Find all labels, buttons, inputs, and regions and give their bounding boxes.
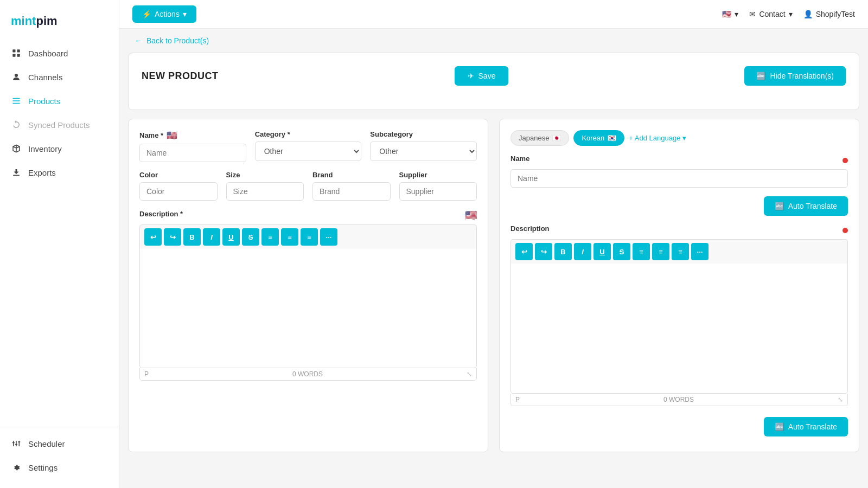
- svg-rect-3: [17, 54, 20, 57]
- us-flag-desc-icon: 🇺🇸: [465, 209, 477, 221]
- left-rte-content[interactable]: [139, 249, 477, 368]
- sidebar-item-exports-label: Exports: [28, 168, 56, 177]
- right-name-label-row: Name: [510, 155, 848, 166]
- left-rte-p-label: P: [144, 370, 149, 378]
- sidebar-item-synced-products[interactable]: Synced Products: [0, 113, 119, 137]
- sidebar-item-dashboard-label: Dashboard: [28, 49, 68, 58]
- right-rte-underline-button[interactable]: U: [593, 243, 611, 260]
- user-icon: [11, 72, 22, 82]
- rte-redo-button[interactable]: ↪: [164, 228, 181, 246]
- list-icon: [11, 95, 22, 106]
- supplier-field-group: Supplier: [399, 171, 477, 201]
- right-name-section: Name 🔤 Auto Translate: [510, 155, 848, 216]
- category-select[interactable]: Other Electronics Clothing: [255, 142, 362, 161]
- hide-translation-button[interactable]: 🔤 Hide Translation(s): [744, 66, 846, 86]
- left-rte-resize-handle[interactable]: ⤡: [467, 370, 472, 378]
- sidebar-item-products[interactable]: Products: [0, 89, 119, 113]
- actions-chevron-icon: ▾: [183, 10, 187, 18]
- color-input[interactable]: [139, 182, 218, 201]
- rte-italic-button[interactable]: I: [203, 228, 220, 246]
- sidebar-item-inventory[interactable]: Inventory: [0, 137, 119, 160]
- grid-icon: [11, 48, 22, 59]
- save-button[interactable]: ✈ Save: [455, 66, 509, 86]
- svg-rect-12: [12, 442, 15, 444]
- korean-tab[interactable]: Korean 🇰🇷: [573, 130, 624, 146]
- right-rte-align-left-button[interactable]: ≡: [633, 243, 650, 260]
- rte-underline-button[interactable]: U: [222, 228, 240, 246]
- rte-more-button[interactable]: ···: [320, 228, 337, 246]
- rte-bold-button[interactable]: B: [183, 228, 201, 246]
- contact-label: Contact: [759, 10, 785, 18]
- auto-translate-name-row: 🔤 Auto Translate: [510, 196, 848, 216]
- sync-icon: [11, 119, 22, 130]
- topbar: ⚡ Actions ▾ 🇺🇸 ▾ ✉ Contact ▾ 👤 ShopifyTe…: [119, 0, 868, 29]
- rte-align-right-button[interactable]: ≡: [301, 228, 318, 246]
- sliders-icon: [11, 438, 22, 449]
- right-rte-strikethrough-button[interactable]: S: [613, 243, 630, 260]
- rte-align-left-button[interactable]: ≡: [261, 228, 279, 246]
- sidebar-item-dashboard[interactable]: Dashboard: [0, 41, 119, 65]
- sidebar-item-scheduler-label: Scheduler: [28, 439, 65, 448]
- right-rte-align-right-button[interactable]: ≡: [672, 243, 689, 260]
- name-field-group: Name * 🇺🇸: [139, 130, 246, 162]
- svg-rect-14: [18, 441, 21, 442]
- sidebar: mintpim Dashboard Channels Products Sync…: [0, 0, 119, 488]
- auto-translate-name-button[interactable]: 🔤 Auto Translate: [764, 196, 848, 216]
- send-icon: ✈: [468, 72, 474, 80]
- sidebar-item-settings[interactable]: Settings: [0, 455, 119, 479]
- back-link[interactable]: ← Back to Product(s): [119, 29, 868, 53]
- right-rte-undo-button[interactable]: ↩: [515, 243, 533, 260]
- brand-label: Brand: [312, 171, 391, 179]
- left-form-panel: Name * 🇺🇸 Category * Other Electronics C…: [128, 119, 488, 452]
- size-field-group: Size: [226, 171, 304, 201]
- sidebar-item-products-label: Products: [28, 97, 60, 106]
- user-menu-button[interactable]: 👤 ShopifyTest: [803, 10, 855, 18]
- description-section: Description * 🇺🇸 ↩ ↪ B I U S ≡ ≡ ≡: [139, 209, 477, 381]
- color-field-group: Color: [139, 171, 218, 201]
- right-rte-content[interactable]: [510, 264, 848, 394]
- right-rte-redo-button[interactable]: ↪: [535, 243, 552, 260]
- contact-button[interactable]: ✉ Contact ▾: [749, 10, 792, 18]
- language-selector[interactable]: 🇺🇸 ▾: [722, 10, 738, 18]
- rte-align-center-button[interactable]: ≡: [281, 228, 298, 246]
- auto-translate-bottom-button[interactable]: 🔤 Auto Translate: [764, 417, 848, 436]
- sidebar-item-synced-products-label: Synced Products: [28, 120, 90, 130]
- right-translation-panel: Japanese 🇯🇵 Korean 🇰🇷 + Add Language ▾: [499, 119, 859, 452]
- korean-flag-icon: 🇰🇷: [608, 134, 616, 142]
- card-header: NEW PRODUCT ✈ Save 🔤 Hide Translation(s): [142, 66, 846, 86]
- right-rte-toolbar: ↩ ↪ B I U S ≡ ≡ ≡ ···: [510, 239, 848, 264]
- svg-rect-1: [17, 49, 20, 52]
- right-rte-resize-handle[interactable]: ⤡: [838, 396, 843, 403]
- lightning-icon: ⚡: [142, 10, 151, 18]
- add-language-button[interactable]: + Add Language ▾: [629, 134, 686, 142]
- sidebar-item-scheduler[interactable]: Scheduler: [0, 432, 119, 455]
- right-rte-bold-button[interactable]: B: [554, 243, 572, 260]
- size-input[interactable]: [226, 182, 304, 201]
- rte-undo-button[interactable]: ↩: [144, 228, 162, 246]
- page-title: NEW PRODUCT: [142, 70, 219, 82]
- svg-rect-10: [16, 441, 17, 447]
- svg-rect-2: [12, 54, 15, 57]
- translate-icon: 🔤: [756, 72, 765, 80]
- translate-name-icon: 🔤: [775, 202, 784, 210]
- supplier-input[interactable]: [399, 182, 477, 201]
- subcategory-select[interactable]: Other Sub1: [370, 142, 477, 161]
- japanese-tab[interactable]: Japanese 🇯🇵: [510, 130, 569, 146]
- auto-translate-bottom-row: 🔤 Auto Translate: [510, 413, 848, 441]
- actions-button[interactable]: ⚡ Actions ▾: [132, 5, 196, 23]
- product-card-header: NEW PRODUCT ✈ Save 🔤 Hide Translation(s): [128, 53, 859, 110]
- us-flag-icon: 🇺🇸: [722, 10, 731, 18]
- right-rte-more-button[interactable]: ···: [691, 243, 709, 260]
- right-rte-align-center-button[interactable]: ≡: [652, 243, 669, 260]
- sidebar-item-channels[interactable]: Channels: [0, 65, 119, 89]
- right-rte-italic-button[interactable]: I: [574, 243, 591, 260]
- brand-input[interactable]: [312, 182, 391, 201]
- sidebar-item-settings-label: Settings: [28, 463, 58, 472]
- name-input[interactable]: [139, 144, 246, 162]
- rte-strikethrough-button[interactable]: S: [242, 228, 259, 246]
- topbar-left: ⚡ Actions ▾: [132, 5, 196, 23]
- sidebar-item-exports[interactable]: Exports: [0, 160, 119, 184]
- us-flag-small-icon: 🇺🇸: [167, 130, 177, 140]
- svg-rect-7: [12, 103, 20, 104]
- right-name-input[interactable]: [510, 169, 848, 188]
